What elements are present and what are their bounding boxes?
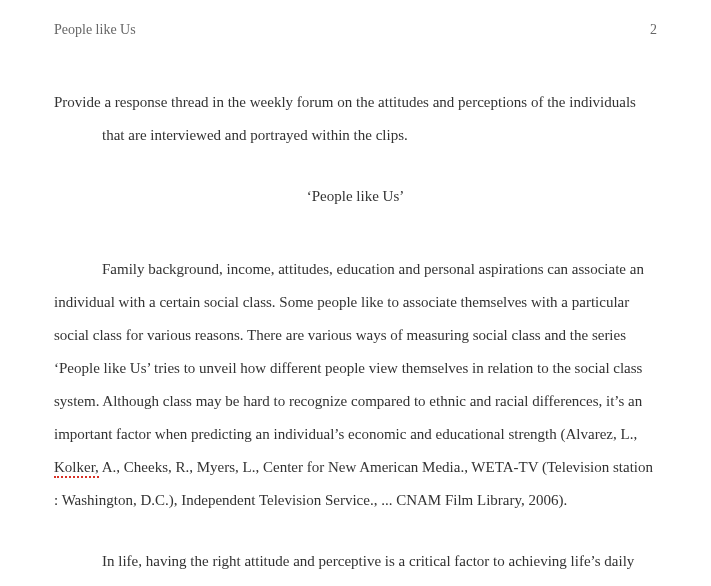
- spelling-underline: Kolker,: [54, 459, 99, 478]
- document-title: ‘People like Us’: [54, 180, 657, 213]
- page-header: People like Us 2: [54, 22, 657, 38]
- prompt-line-2: that are interviewed and portrayed withi…: [54, 119, 657, 152]
- page-number: 2: [650, 22, 657, 38]
- paragraph-1: Family background, income, attitudes, ed…: [54, 253, 657, 517]
- running-head: People like Us: [54, 22, 136, 38]
- prompt-line-1: Provide a response thread in the weekly …: [54, 86, 657, 119]
- prompt-block: Provide a response thread in the weekly …: [54, 86, 657, 152]
- paragraph-1-text-b: A., Cheeks, R., Myers, L., Center for Ne…: [54, 459, 653, 508]
- paragraph-2: In life, having the right attitude and p…: [54, 545, 657, 578]
- paragraph-1-text-a: Family background, income, attitudes, ed…: [54, 261, 644, 442]
